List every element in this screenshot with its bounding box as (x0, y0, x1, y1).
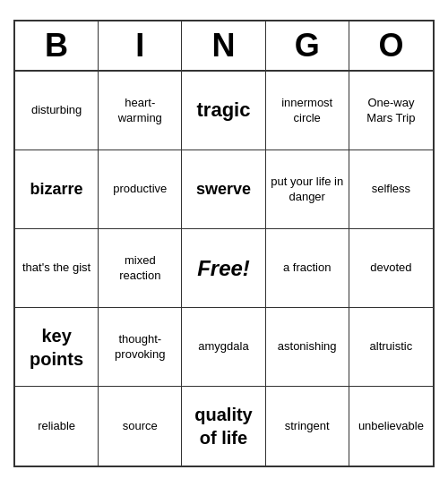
bingo-cell-1: heart-warming (99, 72, 182, 150)
bingo-cell-16: thought-provoking (99, 308, 182, 387)
bingo-cell-23: stringent (266, 387, 349, 466)
bingo-cell-2: tragic (182, 72, 265, 150)
header-letter-o: O (349, 21, 433, 70)
header-letter-g: G (266, 21, 349, 70)
header-letter-i: I (99, 21, 182, 70)
bingo-cell-11: mixed reaction (99, 229, 182, 308)
bingo-cell-10: that's the gist (15, 229, 99, 308)
bingo-cell-24: unbelievable (349, 387, 433, 466)
bingo-cell-14: devoted (349, 229, 433, 308)
bingo-header: BINGO (15, 21, 433, 72)
bingo-grid: disturbingheart-warmingtragicinnermost c… (15, 72, 433, 466)
bingo-cell-22: quality of life (182, 387, 265, 466)
bingo-cell-5: bizarre (15, 150, 99, 229)
header-letter-n: N (182, 21, 265, 70)
bingo-cell-3: innermost circle (266, 72, 349, 150)
bingo-cell-17: amygdala (182, 308, 265, 387)
bingo-card: BINGO disturbingheart-warmingtragicinner… (13, 20, 435, 467)
bingo-cell-9: selfless (349, 150, 433, 229)
bingo-cell-8: put your life in danger (266, 150, 349, 229)
bingo-cell-19: altruistic (349, 308, 433, 387)
bingo-cell-18: astonishing (266, 308, 349, 387)
bingo-cell-20: reliable (15, 387, 99, 466)
bingo-cell-0: disturbing (15, 72, 99, 150)
bingo-cell-21: source (99, 387, 182, 466)
bingo-cell-7: swerve (182, 150, 265, 229)
bingo-cell-4: One-way Mars Trip (349, 72, 433, 150)
bingo-cell-13: a fraction (266, 229, 349, 308)
header-letter-b: B (15, 21, 99, 70)
bingo-cell-6: productive (99, 150, 182, 229)
bingo-cell-12: Free! (182, 229, 265, 308)
bingo-cell-15: key points (15, 308, 99, 387)
